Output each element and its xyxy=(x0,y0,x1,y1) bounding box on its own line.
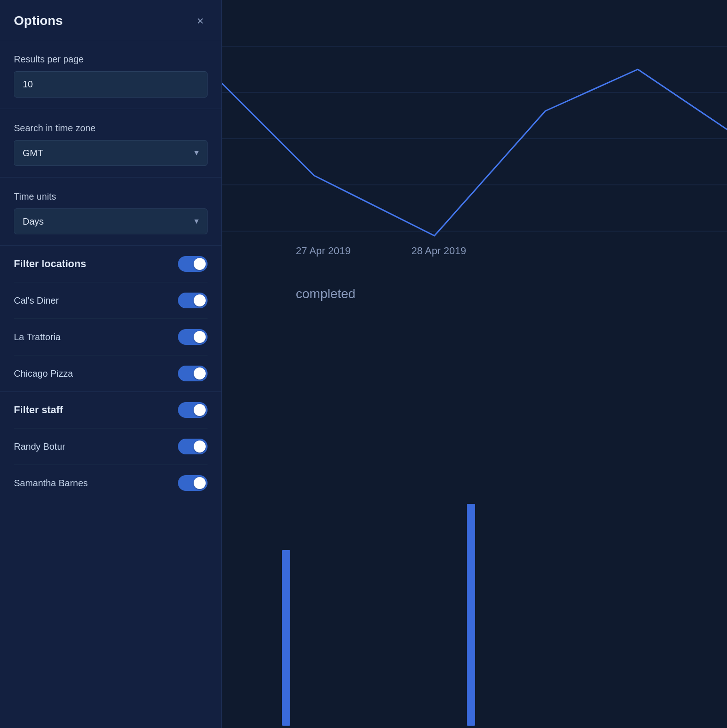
timezone-select[interactable]: GMT UTC EST PST CST xyxy=(14,140,208,166)
filter-locations-section: Filter locations Cal's Diner La Trattori… xyxy=(0,246,221,392)
samantha-barnes-label: Samantha Barnes xyxy=(14,478,88,489)
timezone-section: Search in time zone GMT UTC EST PST CST … xyxy=(0,109,221,177)
filter-staff-header-row: Filter staff xyxy=(14,392,208,428)
cals-diner-thumb xyxy=(194,294,206,306)
time-units-select[interactable]: Days Hours Minutes Weeks xyxy=(14,208,208,234)
results-per-page-input[interactable] xyxy=(14,71,208,98)
filter-locations-thumb xyxy=(194,258,206,270)
samantha-barnes-toggle[interactable] xyxy=(178,475,208,491)
filter-locations-track xyxy=(178,256,208,272)
svg-rect-6 xyxy=(467,504,475,726)
randy-botur-toggle[interactable] xyxy=(178,439,208,454)
randy-botur-label: Randy Botur xyxy=(14,441,65,452)
chicago-pizza-thumb xyxy=(194,367,206,379)
timezone-label: Search in time zone xyxy=(14,123,208,134)
time-units-section: Time units Days Hours Minutes Weeks ▼ xyxy=(0,177,221,246)
options-panel: Options × Results per page Search in tim… xyxy=(0,0,222,728)
line-chart xyxy=(222,0,727,277)
samantha-barnes-track xyxy=(178,475,208,491)
location-la-trattoria-row: La Trattoria xyxy=(14,319,208,355)
chicago-pizza-track xyxy=(178,366,208,381)
cals-diner-label: Cal's Diner xyxy=(14,295,59,306)
cals-diner-toggle[interactable] xyxy=(178,293,208,308)
bar-chart xyxy=(245,411,707,726)
chicago-pizza-toggle[interactable] xyxy=(178,366,208,381)
la-trattoria-label: La Trattoria xyxy=(14,332,61,343)
date-label-2: 28 Apr 2019 xyxy=(411,245,466,257)
la-trattoria-toggle[interactable] xyxy=(178,329,208,345)
filter-staff-track xyxy=(178,402,208,418)
results-per-page-label: Results per page xyxy=(14,54,208,65)
close-button[interactable]: × xyxy=(193,13,208,29)
filter-locations-label: Filter locations xyxy=(14,258,86,270)
completed-label: completed xyxy=(296,287,355,301)
location-chicago-pizza-row: Chicago Pizza xyxy=(14,355,208,392)
filter-staff-toggle[interactable] xyxy=(178,402,208,418)
randy-botur-thumb xyxy=(194,440,206,453)
results-per-page-section: Results per page xyxy=(0,40,221,109)
date-label-1: 27 Apr 2019 xyxy=(296,245,351,257)
svg-rect-5 xyxy=(282,550,290,726)
filter-staff-label: Filter staff xyxy=(14,404,63,416)
location-cals-diner-row: Cal's Diner xyxy=(14,282,208,319)
la-trattoria-track xyxy=(178,329,208,345)
options-header: Options × xyxy=(0,0,221,40)
staff-randy-row: Randy Botur xyxy=(14,428,208,465)
panel-title: Options xyxy=(14,13,63,28)
filter-staff-thumb xyxy=(194,404,206,416)
la-trattoria-thumb xyxy=(194,331,206,343)
filter-staff-section: Filter staff Randy Botur Samantha Barnes xyxy=(0,392,221,501)
chicago-pizza-label: Chicago Pizza xyxy=(14,368,73,379)
randy-botur-track xyxy=(178,439,208,454)
filter-locations-header-row: Filter locations xyxy=(14,246,208,282)
staff-samantha-row: Samantha Barnes xyxy=(14,465,208,501)
time-units-select-wrapper: Days Hours Minutes Weeks ▼ xyxy=(14,208,208,234)
timezone-select-wrapper: GMT UTC EST PST CST ▼ xyxy=(14,140,208,166)
samantha-barnes-thumb xyxy=(194,477,206,489)
filter-locations-toggle[interactable] xyxy=(178,256,208,272)
cals-diner-track xyxy=(178,293,208,308)
time-units-label: Time units xyxy=(14,191,208,202)
